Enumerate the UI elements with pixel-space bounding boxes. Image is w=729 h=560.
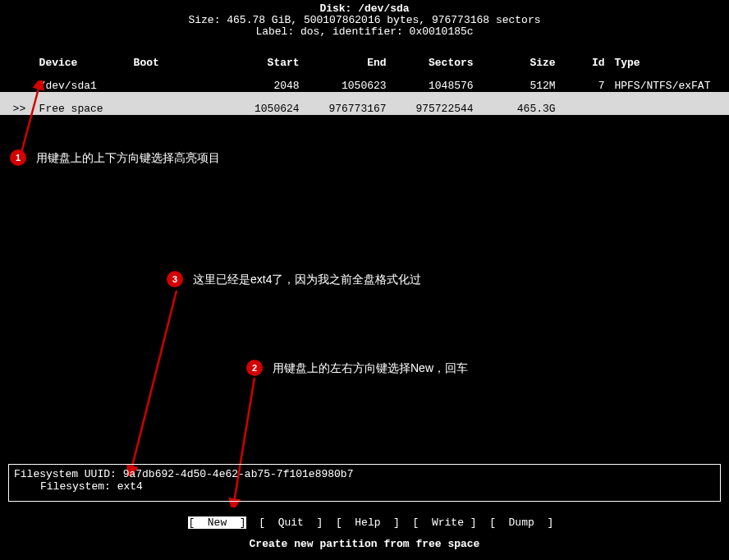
menu-quit[interactable]: [ Quit ] (259, 516, 323, 529)
badge-icon: 3 (167, 271, 183, 287)
annotation-3: 3 这里已经是ext4了，因为我之前全盘格式化过 (167, 271, 421, 287)
fs-uuid: 9a7db692-4d50-4e62-ab75-7f101e8980b7 (123, 468, 354, 480)
partition-table-header: DeviceBootStartEndSectorsSizeId Type (0, 46, 729, 69)
menu-dump[interactable]: [ Dump ] (489, 516, 553, 529)
status-hint: Create new partition from free space (0, 539, 729, 550)
menu-write[interactable]: [ Write ] (413, 516, 477, 529)
arrow-icon (123, 287, 189, 476)
annotation-2: 2 用键盘上的左右方向键选择New，回车 (246, 360, 468, 376)
fs-type: ext4 (117, 480, 143, 493)
badge-icon: 2 (246, 360, 263, 376)
action-menu: [ New ] [ Quit ] [ Help ] [ Write ] [ Du… (0, 506, 729, 529)
partition-row[interactable]: /dev/sda1204810506231048576512M7 HPFS/NT… (0, 69, 729, 92)
disk-size: Size: 465.78 GiB, 500107862016 bytes, 97… (0, 15, 729, 26)
partition-row-selected[interactable]: >>Free space1050624976773167975722544465… (0, 92, 729, 115)
menu-help[interactable]: [ Help ] (336, 516, 400, 529)
annotation-1: 1 用键盘上的上下方向键选择高亮项目 (10, 149, 220, 166)
badge-icon: 1 (10, 149, 26, 166)
disk-label: Label: dos, identifier: 0x0010185c (0, 26, 729, 38)
menu-new[interactable]: [ New ] (188, 516, 245, 529)
disk-title: Disk: /dev/sda (0, 3, 729, 15)
filesystem-info-box: Filesystem UUID: 9a7db692-4d50-4e62-ab75… (8, 464, 721, 502)
svg-line-1 (131, 291, 177, 470)
